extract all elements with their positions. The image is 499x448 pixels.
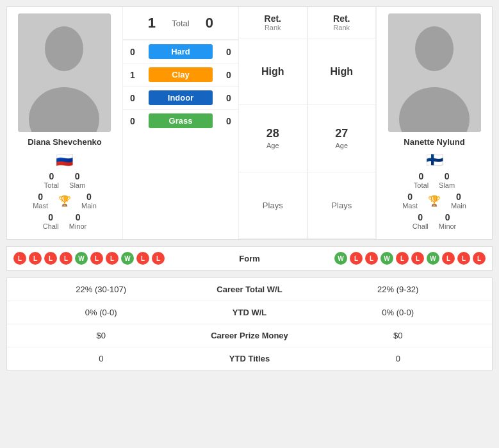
right-slam: 0 Slam bbox=[439, 171, 455, 189]
right-rank-block: Ret. Rank bbox=[308, 7, 376, 38]
left-player-name: Diana Shevchenko bbox=[28, 137, 102, 147]
stats-left-1: 0% (0-0) bbox=[17, 308, 186, 317]
right-player-flag: 🇫🇮 bbox=[426, 152, 443, 169]
hard-badge: Hard bbox=[149, 44, 213, 59]
left-total-score: 1 bbox=[142, 15, 161, 31]
left-form-badge-5: L bbox=[90, 252, 103, 265]
stats-label-1: YTD W/L bbox=[186, 308, 314, 317]
right-form-badge-2: L bbox=[365, 252, 378, 265]
stats-row-2: $0 Career Prize Money $0 bbox=[7, 324, 492, 347]
left-stats-row-3: 0 Chall 0 Minor bbox=[43, 212, 87, 230]
left-form-badge-6: L bbox=[106, 252, 119, 265]
left-rank-block: Ret. Rank bbox=[239, 7, 307, 38]
stats-right-1: 0% (0-0) bbox=[314, 308, 483, 317]
left-form-badge-0: L bbox=[13, 252, 26, 265]
left-stats-row-1: 0 Total 0 Slam bbox=[44, 171, 85, 189]
form-section: LLLLWLLWLL Form WLLWLLWLLL bbox=[6, 246, 493, 271]
form-row: LLLLWLLWLL Form WLLWLLWLLL bbox=[7, 247, 492, 270]
player-comparison-section: Diana Shevchenko 🇷🇺 0 Total 0 Slam bbox=[6, 6, 493, 240]
right-mast: 0 Mast bbox=[402, 192, 418, 210]
right-main: 0 Main bbox=[451, 192, 466, 210]
right-plays-block: Plays bbox=[308, 172, 376, 239]
right-indoor-score: 0 bbox=[219, 93, 238, 103]
stats-table: 22% (30-107) Career Total W/L 22% (9-32)… bbox=[6, 278, 493, 370]
center-comparison: 1 Total 0 0 Hard 0 1 Clay 0 bbox=[123, 7, 238, 239]
left-avatar bbox=[18, 13, 111, 132]
right-trophy-icon: 🏆 bbox=[428, 195, 441, 207]
left-mast: 0 Mast bbox=[33, 192, 48, 210]
stats-right-3: 0 bbox=[314, 354, 483, 363]
left-form-badge-7: W bbox=[121, 252, 134, 265]
left-clay-score: 1 bbox=[123, 70, 142, 80]
stats-right-2: $0 bbox=[314, 331, 483, 340]
left-slam: 0 Slam bbox=[69, 171, 85, 189]
stats-label-0: Career Total W/L bbox=[186, 285, 314, 294]
left-form-badge-3: L bbox=[60, 252, 72, 265]
right-chall: 0 Chall bbox=[413, 212, 429, 230]
left-chall: 0 Chall bbox=[43, 212, 59, 230]
right-high-block: High bbox=[308, 38, 376, 105]
left-trophy-row: 0 Mast 🏆 0 Main bbox=[33, 192, 97, 210]
clay-badge: Clay bbox=[149, 67, 213, 82]
stats-left-2: $0 bbox=[17, 331, 186, 340]
svg-point-1 bbox=[45, 26, 83, 71]
form-left-badges: LLLLWLLWLL bbox=[13, 252, 199, 265]
left-minor: 0 Minor bbox=[69, 212, 87, 230]
left-grass-score: 0 bbox=[123, 116, 142, 126]
right-player-area: Nanette Nylund 🇫🇮 0 Total 0 Slam bbox=[376, 7, 492, 239]
right-minor: 0 Minor bbox=[439, 212, 457, 230]
stats-row-0: 22% (30-107) Career Total W/L 22% (9-32) bbox=[7, 278, 492, 301]
total-score-label: Total bbox=[161, 19, 200, 28]
right-form-badge-4: L bbox=[396, 252, 409, 265]
form-right-badges: WLLWLLWLLL bbox=[301, 252, 486, 265]
right-age-block: 27 Age bbox=[308, 105, 376, 172]
right-total: 0 Total bbox=[414, 171, 429, 189]
right-avatar bbox=[388, 13, 481, 132]
left-form-badge-8: L bbox=[136, 252, 149, 265]
left-form-badge-4: W bbox=[75, 252, 88, 265]
left-player-flag: 🇷🇺 bbox=[56, 152, 73, 169]
left-trophy-icon: 🏆 bbox=[58, 195, 71, 207]
left-age-block: 28 Age bbox=[239, 105, 307, 172]
right-form-badge-5: L bbox=[411, 252, 424, 265]
stats-row-1: 0% (0-0) YTD W/L 0% (0-0) bbox=[7, 301, 492, 324]
stats-label-3: YTD Titles bbox=[186, 354, 314, 363]
right-total-score: 0 bbox=[200, 15, 219, 31]
left-player-area: Diana Shevchenko 🇷🇺 0 Total 0 Slam bbox=[7, 7, 123, 239]
right-center-stats-panel: Ret. Rank High 27 Age Plays bbox=[307, 7, 377, 239]
right-hard-score: 0 bbox=[219, 47, 238, 57]
left-form-badge-9: L bbox=[152, 252, 165, 265]
right-form-badge-1: L bbox=[350, 252, 363, 265]
right-player-name: Nanette Nylund bbox=[404, 137, 464, 147]
right-form-badge-8: L bbox=[457, 252, 470, 265]
left-indoor-score: 0 bbox=[123, 93, 142, 103]
grass-row: 0 Grass 0 bbox=[123, 109, 238, 132]
left-plays-block: Plays bbox=[239, 172, 307, 239]
right-form-badge-9: L bbox=[473, 252, 486, 265]
hard-row: 0 Hard 0 bbox=[123, 40, 238, 63]
left-form-badge-2: L bbox=[44, 252, 57, 265]
left-main: 0 Main bbox=[81, 192, 97, 210]
grass-badge: Grass bbox=[149, 113, 213, 128]
right-trophy-row: 0 Mast 🏆 0 Main bbox=[402, 192, 466, 210]
right-stats-row-1: 0 Total 0 Slam bbox=[414, 171, 455, 189]
stats-label-2: Career Prize Money bbox=[186, 331, 314, 340]
main-container: Diana Shevchenko 🇷🇺 0 Total 0 Slam bbox=[0, 0, 499, 383]
left-player-stats: 0 Total 0 Slam 0 Mast 🏆 0 bbox=[10, 171, 119, 233]
right-form-badge-6: W bbox=[427, 252, 439, 265]
left-center-stats-panel: Ret. Rank High 28 Age Plays bbox=[238, 7, 307, 239]
left-high-block: High bbox=[239, 38, 307, 105]
svg-point-4 bbox=[415, 26, 454, 71]
left-hard-score: 0 bbox=[123, 47, 142, 57]
right-form-badge-3: W bbox=[380, 252, 393, 265]
right-form-badge-7: L bbox=[442, 252, 455, 265]
left-form-badge-1: L bbox=[29, 252, 42, 265]
stats-left-0: 22% (30-107) bbox=[17, 285, 186, 294]
right-player-stats: 0 Total 0 Slam 0 Mast 🏆 0 bbox=[380, 171, 489, 233]
right-stats-row-3: 0 Chall 0 Minor bbox=[413, 212, 457, 230]
clay-row: 1 Clay 0 bbox=[123, 63, 238, 86]
left-total: 0 Total bbox=[44, 171, 59, 189]
form-center-label: Form bbox=[199, 254, 301, 263]
stats-row-3: 0 YTD Titles 0 bbox=[7, 347, 492, 370]
indoor-badge: Indoor bbox=[149, 90, 213, 105]
